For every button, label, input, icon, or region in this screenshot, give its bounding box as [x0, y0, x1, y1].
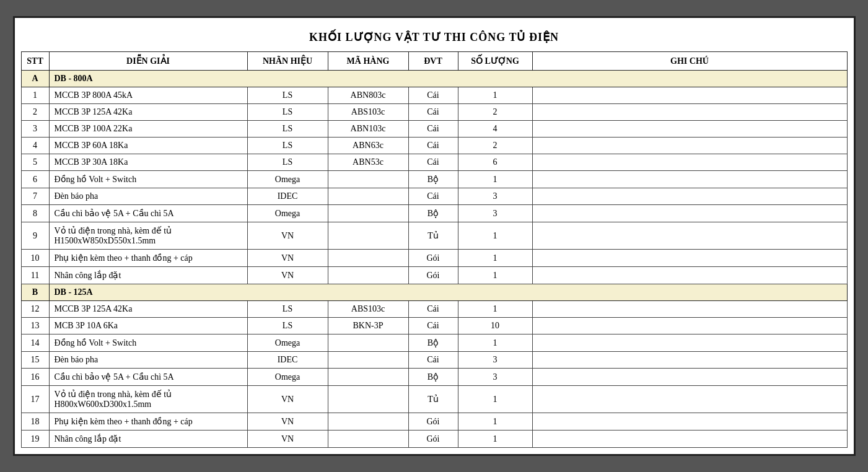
cell-dvt: Cái	[408, 188, 458, 205]
cell-stt: 17	[21, 386, 49, 413]
cell-nhan-hieu: LS	[247, 301, 328, 318]
table-row: 13MCB 3P 10A 6KaLSBKN-3PCái10	[21, 318, 847, 334]
cell-ma-hang	[328, 188, 408, 205]
cell-ma-hang	[328, 171, 408, 188]
cell-ghi-chu	[532, 386, 847, 413]
cell-stt: 6	[21, 171, 49, 188]
cell-ghi-chu	[532, 154, 847, 171]
cell-dvt: Cái	[408, 87, 458, 104]
cell-dvt: Cái	[408, 121, 458, 138]
table-row: 4MCCB 3P 60A 18KaLSABN63cCái2	[21, 138, 847, 154]
cell-ma-hang: ABS103c	[328, 104, 408, 121]
cell-dien-giai: Đèn báo pha	[49, 352, 247, 369]
cell-ghi-chu	[532, 413, 847, 430]
table-row: 12MCCB 3P 125A 42KaLSABS103cCái1	[21, 301, 847, 318]
cell-stt: 2	[21, 104, 49, 121]
cell-so-luong: 1	[458, 413, 532, 430]
cell-so-luong: 2	[458, 104, 532, 121]
table-row: 19Nhân công lắp đặtVNGói1	[21, 430, 847, 448]
cell-nhan-hieu: LS	[247, 87, 328, 104]
cell-ghi-chu	[532, 171, 847, 188]
cell-ghi-chu	[532, 250, 847, 267]
cell-stt: 10	[21, 250, 49, 267]
col-header-dien-giai: DIỄN GIẢI	[49, 52, 247, 71]
cell-nhan-hieu: LS	[247, 138, 328, 154]
cell-ma-hang	[328, 386, 408, 413]
cell-so-luong: 1	[458, 87, 532, 104]
cell-dvt: Cái	[408, 352, 458, 369]
cell-so-luong: 1	[458, 171, 532, 188]
main-title: KHỐI LƯỢNG VẬT TƯ THI CÔNG TỦ ĐIỆN	[21, 24, 848, 51]
cell-nhan-hieu: LS	[247, 121, 328, 138]
cell-dien-giai: MCCB 3P 125A 42Ka	[49, 301, 247, 318]
cell-so-luong: 3	[458, 188, 532, 205]
table-row: 9Vỏ tủ điện trong nhà, kèm đế tủH1500xW8…	[21, 222, 847, 250]
section-name: DB - 800A	[49, 71, 847, 87]
cell-stt: 12	[21, 301, 49, 318]
cell-nhan-hieu: Omega	[247, 205, 328, 222]
cell-dien-giai: Cầu chì bảo vệ 5A + Cầu chì 5A	[49, 369, 247, 386]
cell-ma-hang	[328, 205, 408, 222]
cell-so-luong: 2	[458, 138, 532, 154]
header-row: STT DIỄN GIẢI NHÃN HIỆU MÃ HÀNG ĐVT SỐ L…	[21, 52, 847, 71]
cell-ma-hang: BKN-3P	[328, 318, 408, 334]
cell-nhan-hieu: LS	[247, 154, 328, 171]
col-header-ghi-chu: GHI CHÚ	[532, 52, 847, 71]
cell-ghi-chu	[532, 267, 847, 284]
cell-so-luong: 1	[458, 222, 532, 250]
cell-dien-giai: MCCB 3P 125A 42Ka	[49, 104, 247, 121]
cell-stt: 16	[21, 369, 49, 386]
table-body: ADB - 800A1MCCB 3P 800A 45kALSABN803cCái…	[21, 71, 847, 448]
cell-ma-hang	[328, 430, 408, 448]
cell-stt: 4	[21, 138, 49, 154]
cell-stt: 3	[21, 121, 49, 138]
cell-nhan-hieu: VN	[247, 386, 328, 413]
cell-dien-giai: MCCB 3P 800A 45kA	[49, 87, 247, 104]
cell-dien-giai: Phụ kiện kèm theo + thanh đồng + cáp	[49, 413, 247, 430]
cell-ma-hang	[328, 250, 408, 267]
cell-ma-hang	[328, 352, 408, 369]
cell-so-luong: 1	[458, 250, 532, 267]
cell-ma-hang	[328, 222, 408, 250]
cell-dvt: Gói	[408, 430, 458, 448]
col-header-so-luong: SỐ LƯỢNG	[458, 52, 532, 71]
cell-dvt: Cái	[408, 318, 458, 334]
cell-dien-giai: MCCB 3P 60A 18Ka	[49, 138, 247, 154]
cell-stt: 18	[21, 413, 49, 430]
cell-stt: 11	[21, 267, 49, 284]
table-row: 16Cầu chì bảo vệ 5A + Cầu chì 5AOmegaBộ3	[21, 369, 847, 386]
cell-so-luong: 3	[458, 369, 532, 386]
table-row: 14Đồng hồ Volt + SwitchOmegaBộ1	[21, 334, 847, 352]
table-row: 11Nhân công lắp đặtVNGói1	[21, 267, 847, 284]
cell-ghi-chu	[532, 430, 847, 448]
cell-ghi-chu	[532, 87, 847, 104]
cell-ghi-chu	[532, 121, 847, 138]
cell-dvt: Bộ	[408, 369, 458, 386]
cell-dvt: Gói	[408, 267, 458, 284]
cell-dien-giai: MCB 3P 10A 6Ka	[49, 318, 247, 334]
cell-stt: 8	[21, 205, 49, 222]
cell-ghi-chu	[532, 138, 847, 154]
cell-dvt: Cái	[408, 154, 458, 171]
table-row: 7Đèn báo phaIDECCái3	[21, 188, 847, 205]
cell-dien-giai: Phụ kiện kèm theo + thanh đồng + cáp	[49, 250, 247, 267]
cell-nhan-hieu: VN	[247, 430, 328, 448]
section-header-row: ADB - 800A	[21, 71, 847, 87]
cell-dvt: Cái	[408, 138, 458, 154]
cell-dvt: Bộ	[408, 205, 458, 222]
cell-nhan-hieu: Omega	[247, 334, 328, 352]
cell-stt: 1	[21, 87, 49, 104]
cell-dien-giai: Vỏ tủ điện trong nhà, kèm đế tủH800xW600…	[49, 386, 247, 413]
cell-dien-giai: MCCB 3P 30A 18Ka	[49, 154, 247, 171]
cell-so-luong: 1	[458, 386, 532, 413]
section-label: A	[21, 71, 49, 87]
cell-dien-giai: Cầu chì bảo vệ 5A + Cầu chì 5A	[49, 205, 247, 222]
cell-so-luong: 1	[458, 267, 532, 284]
cell-ghi-chu	[532, 369, 847, 386]
cell-ma-hang: ABN63c	[328, 138, 408, 154]
cell-ghi-chu	[532, 188, 847, 205]
cell-dien-giai: Nhân công lắp đặt	[49, 430, 247, 448]
cell-so-luong: 3	[458, 205, 532, 222]
cell-dvt: Gói	[408, 250, 458, 267]
cell-dvt: Cái	[408, 104, 458, 121]
